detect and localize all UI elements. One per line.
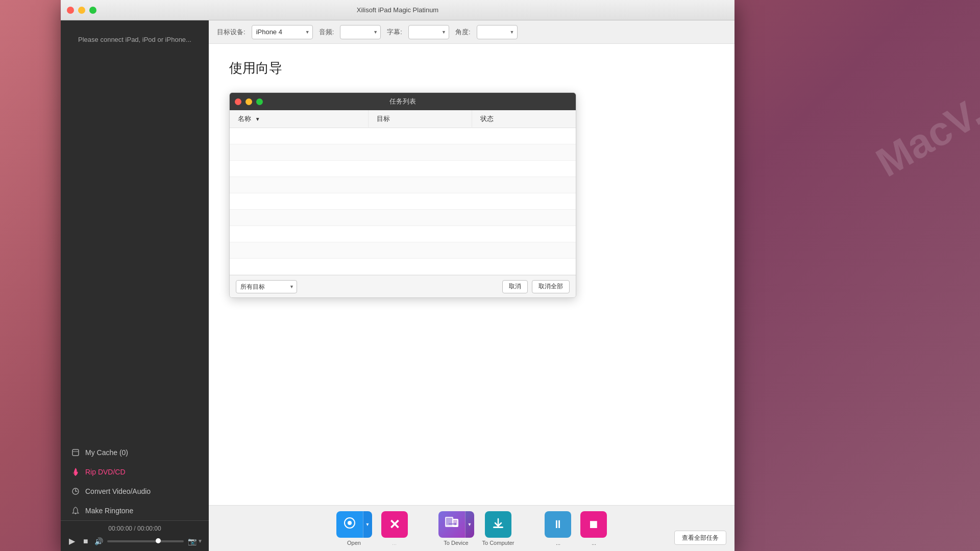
sidebar-item-convert-video[interactable]: Convert Video/Audio: [61, 482, 209, 501]
app-body: Please connect iPad, iPod or iPhone... M…: [61, 20, 734, 551]
progress-track[interactable]: [107, 540, 184, 542]
col-header-target[interactable]: 目标: [368, 110, 472, 128]
task-window-title: 任务列表: [389, 97, 416, 106]
task-window: 任务列表 名称 ▼ 目标: [229, 92, 576, 298]
task-filter-select[interactable]: 所有目标: [236, 280, 297, 293]
delete-icon: ✕: [389, 518, 400, 531]
task-footer: 所有目标 取消 取消全部: [230, 275, 576, 297]
stop-button[interactable]: ⏹: [580, 511, 607, 538]
device-label: 目标设备:: [217, 28, 246, 37]
svg-rect-0: [72, 449, 79, 456]
playback-bar: 00:00:00 / 00:00:00 ▶ ■ 🔊 📷 ▼: [61, 520, 209, 551]
fire-icon: [71, 467, 80, 477]
angle-label: 角度:: [455, 28, 471, 37]
stop-button-group: ⏹ ...: [577, 507, 610, 550]
page-title: 使用向导: [229, 59, 714, 77]
camera-button[interactable]: 📷 ▼: [188, 537, 203, 545]
table-row: [230, 193, 576, 210]
open-dropdown-button[interactable]: ▼: [363, 511, 372, 538]
angle-select[interactable]: [477, 25, 518, 39]
volume-icon: 🔊: [94, 537, 103, 545]
sidebar-preview-area: Please connect iPad, iPod or iPhone...: [61, 20, 209, 438]
col-header-name[interactable]: 名称 ▼: [230, 110, 368, 128]
table-row: [230, 144, 576, 161]
subtitle-select-wrapper: [408, 25, 449, 39]
angle-select-wrapper: [477, 25, 518, 39]
delete-label: ...: [392, 540, 397, 546]
camera-dropdown-icon: ▼: [198, 538, 203, 544]
open-label: Open: [347, 540, 361, 546]
delete-button[interactable]: ✕: [381, 511, 408, 538]
sidebar-item-rip-dvd[interactable]: Rip DVD/CD: [61, 462, 209, 482]
task-filter-select-wrapper: 所有目标: [236, 280, 297, 293]
convert-icon: [71, 487, 80, 496]
play-button[interactable]: ▶: [67, 535, 77, 547]
pause-button[interactable]: ⏸: [545, 511, 571, 538]
to-device-icon: [444, 516, 459, 533]
sidebar: Please connect iPad, iPod or iPhone... M…: [61, 20, 209, 551]
sidebar-item-label-convert: Convert Video/Audio: [85, 487, 151, 495]
playback-controls: ▶ ■ 🔊 📷 ▼: [67, 535, 203, 547]
open-button[interactable]: [336, 511, 363, 538]
to-computer-button-group: To Computer: [479, 507, 518, 550]
progress-thumb: [156, 538, 161, 543]
stop-button[interactable]: ■: [81, 536, 90, 547]
audio-label: 音频:: [319, 28, 334, 37]
table-row: [230, 259, 576, 275]
device-select[interactable]: iPhone 4 iPad iPod: [252, 25, 313, 39]
svg-rect-13: [493, 527, 503, 528]
pause-button-group: ⏸ ...: [542, 507, 574, 550]
to-device-dropdown-button[interactable]: ▼: [465, 511, 474, 538]
col-header-status[interactable]: 状态: [472, 110, 576, 128]
open-icon-area: ▼: [336, 511, 372, 538]
main-content: 目标设备: iPhone 4 iPad iPod 音频: 字幕:: [209, 20, 734, 551]
table-row: [230, 242, 576, 259]
to-computer-button[interactable]: [485, 511, 511, 538]
cancel-all-tasks-button[interactable]: 取消全部: [532, 280, 570, 293]
bottom-toolbar: ▼ Open ✕ ...: [209, 505, 734, 551]
table-row: [230, 226, 576, 242]
sort-icon: ▼: [255, 116, 260, 122]
subtitle-label: 字幕:: [387, 28, 402, 37]
view-all-tasks-button[interactable]: 查看全部任务: [674, 531, 726, 545]
table-row: [230, 210, 576, 226]
task-table-body: [230, 128, 576, 275]
to-device-button-group: ▼ To Device: [435, 507, 477, 550]
sidebar-item-make-ringtone[interactable]: Make Ringtone: [61, 501, 209, 520]
table-row: [230, 161, 576, 177]
window-maximize-button[interactable]: [89, 7, 96, 14]
cache-icon: [71, 448, 80, 457]
cancel-task-button[interactable]: 取消: [502, 280, 528, 293]
window-controls: [67, 7, 96, 14]
sidebar-item-my-cache[interactable]: My Cache (0): [61, 443, 209, 462]
to-device-icon-area: ▼: [438, 511, 474, 538]
time-display: 00:00:00 / 00:00:00: [67, 525, 203, 532]
subtitle-select[interactable]: [408, 25, 449, 39]
task-window-maximize-button[interactable]: [256, 98, 263, 105]
task-window-minimize-button[interactable]: [246, 98, 252, 105]
task-window-title-bar: 任务列表: [230, 93, 576, 110]
connect-message: Please connect iPad, iPod or iPhone...: [73, 31, 197, 48]
to-computer-icon: [491, 516, 505, 533]
svg-point-6: [348, 521, 352, 525]
sidebar-item-label-rip: Rip DVD/CD: [85, 468, 126, 476]
open-button-group: ▼ Open: [333, 507, 375, 550]
bell-icon: [71, 506, 80, 515]
delete-button-group: ✕ ...: [378, 507, 411, 550]
window-close-button[interactable]: [67, 7, 74, 14]
page-area: 使用向导 任务列表 名: [209, 44, 734, 505]
title-bar: Xilisoft iPad Magic Platinum: [61, 0, 734, 20]
table-row: [230, 177, 576, 193]
table-header-row: 名称 ▼ 目标 状态: [230, 110, 576, 128]
window-minimize-button[interactable]: [78, 7, 85, 14]
camera-icon: 📷: [188, 537, 197, 545]
stop-label: ...: [592, 540, 596, 546]
sidebar-item-label-cache: My Cache (0): [85, 448, 128, 457]
sidebar-item-label-ringtone: Make Ringtone: [85, 507, 133, 515]
app-window: Xilisoft iPad Magic Platinum Please conn…: [61, 0, 734, 551]
to-computer-label: To Computer: [482, 540, 514, 546]
task-window-close-button[interactable]: [235, 98, 241, 105]
device-select-wrapper: iPhone 4 iPad iPod: [252, 25, 313, 39]
to-device-button[interactable]: [438, 511, 465, 538]
audio-select[interactable]: [340, 25, 381, 39]
